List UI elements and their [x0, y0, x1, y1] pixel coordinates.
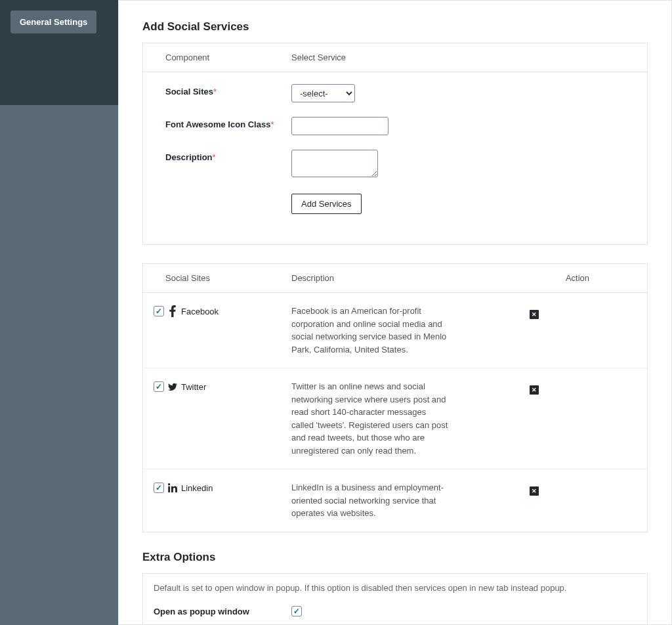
service-name-label: Linkedin: [181, 483, 213, 493]
extra-options-title: Extra Options: [142, 551, 648, 564]
description-textarea[interactable]: [291, 150, 378, 177]
header-action: Action: [518, 273, 637, 283]
social-sites-select[interactable]: -select-: [291, 84, 355, 102]
delete-button[interactable]: ✕: [530, 385, 539, 395]
delete-button[interactable]: ✕: [530, 310, 539, 319]
add-services-panel: Component Select Service Social Sites* -…: [142, 43, 648, 245]
add-services-button[interactable]: Add Services: [291, 194, 362, 214]
extra-help-text: Default is set to open window in popup. …: [143, 574, 647, 597]
social-sites-label: Social Sites*: [154, 84, 291, 97]
header-social-sites: Social Sites: [154, 273, 291, 283]
header-description: Description: [291, 273, 518, 283]
services-list-panel: Social Sites Description Action Facebook…: [142, 263, 648, 532]
service-checkbox[interactable]: [154, 306, 164, 316]
services-list-header: Social Sites Description Action: [143, 264, 647, 293]
sidebar-top: General Settings: [0, 0, 118, 105]
header-component: Component: [154, 53, 291, 62]
service-name-label: Twitter: [181, 382, 206, 392]
service-description: Facebook is an American for-profit corpo…: [291, 305, 475, 356]
sidebar: General Settings: [0, 0, 118, 625]
service-description: LinkedIn is a business and employment-or…: [291, 481, 475, 520]
linkedin-icon: [168, 483, 177, 492]
add-services-title: Add Social Services: [142, 20, 648, 33]
service-row: TwitterTwitter is an online news and soc…: [143, 368, 647, 469]
service-row: FacebookFacebook is an American for-prof…: [143, 293, 647, 368]
twitter-icon: [168, 382, 177, 391]
description-label: Description*: [154, 150, 291, 162]
header-select-service: Select Service: [291, 53, 637, 62]
service-checkbox[interactable]: [154, 381, 164, 392]
service-description: Twitter is an online news and social net…: [291, 380, 475, 457]
facebook-icon: [168, 307, 177, 316]
icon-class-input[interactable]: [291, 117, 388, 135]
icon-class-label: Font Awesome Icon Class*: [154, 117, 291, 129]
service-row: LinkedinLinkedIn is a business and emplo…: [143, 469, 647, 532]
popup-option-label: Open as popup window: [154, 606, 291, 618]
service-checkbox[interactable]: [154, 483, 164, 493]
service-name-label: Facebook: [181, 307, 219, 316]
main-content: Add Social Services Component Select Ser…: [118, 0, 672, 625]
general-settings-button[interactable]: General Settings: [10, 11, 96, 33]
add-services-header: Component Select Service: [143, 43, 647, 72]
delete-button[interactable]: ✕: [530, 486, 539, 496]
popup-checkbox[interactable]: [291, 606, 302, 616]
extra-options-panel: Default is set to open window in popup. …: [142, 573, 648, 626]
